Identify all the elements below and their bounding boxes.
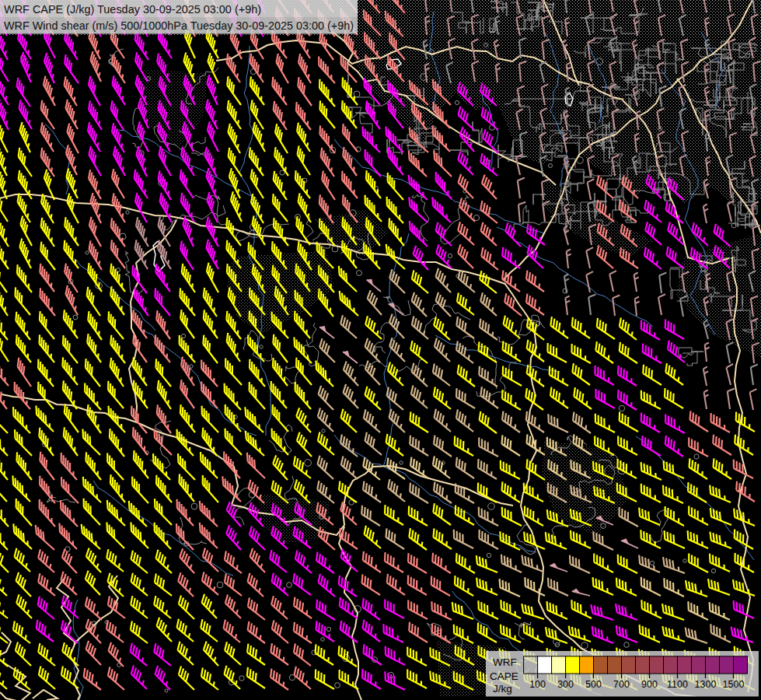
svg-text:J/kg: J/kg xyxy=(493,683,512,695)
svg-text:1500: 1500 xyxy=(723,679,745,690)
svg-text:1100: 1100 xyxy=(667,679,688,690)
svg-text:100: 100 xyxy=(529,679,546,690)
svg-text:WRF: WRF xyxy=(493,656,517,668)
svg-text:500: 500 xyxy=(585,679,602,690)
svg-text:WRF CAPE (J/kg) Tuesday 30-09-: WRF CAPE (J/kg) Tuesday 30-09-2025 03:00… xyxy=(4,2,261,16)
svg-text:300: 300 xyxy=(557,679,574,690)
svg-text:900: 900 xyxy=(641,679,658,690)
svg-text:CAPE: CAPE xyxy=(490,670,518,682)
svg-text:700: 700 xyxy=(613,679,630,690)
svg-text:1300: 1300 xyxy=(695,679,717,690)
svg-text:WRF Wind shear (m/s) 500/1000h: WRF Wind shear (m/s) 500/1000hPa Tuesday… xyxy=(4,19,354,32)
